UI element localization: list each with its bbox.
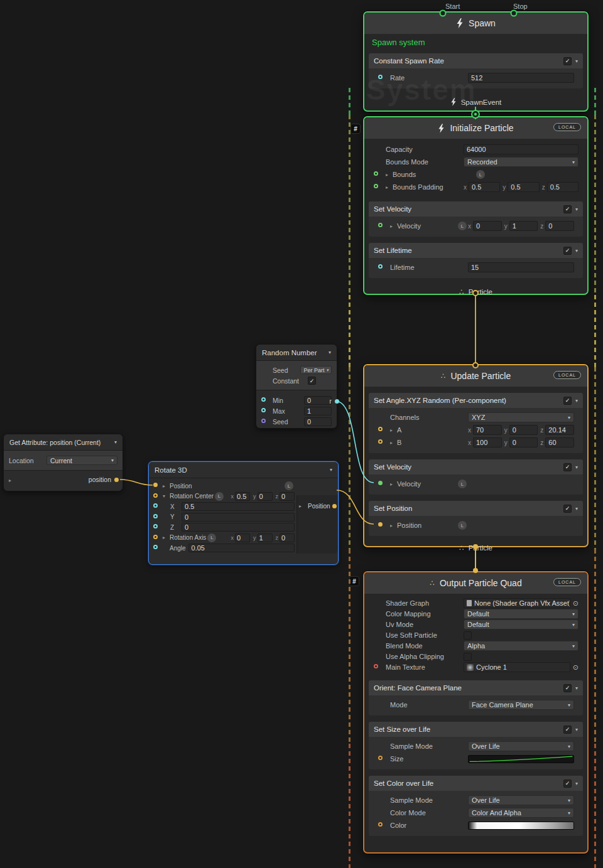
y-port[interactable]	[153, 514, 158, 518]
main-texture-port[interactable]	[374, 664, 378, 668]
angle-a-port[interactable]	[378, 427, 383, 431]
expander-icon[interactable]: ▸	[390, 481, 397, 487]
expander-icon[interactable]: ▸	[386, 172, 393, 178]
block-enabled-checkbox[interactable]: ✓	[563, 247, 572, 255]
local-space-badge[interactable]: L	[476, 170, 485, 179]
x-field[interactable]: 0.5	[182, 502, 295, 511]
angle-b-y-field[interactable]: 0	[509, 437, 538, 447]
expander-icon[interactable]: ▾	[163, 493, 170, 499]
orient-header[interactable]: Orient: Face Camera Plane ✓ ▾	[369, 680, 583, 695]
random-number-node[interactable]: Random Number ▾ Seed Per Part▾ Constant …	[256, 344, 337, 429]
expander-icon[interactable]: ▸	[390, 440, 397, 446]
expander-icon[interactable]: ▸	[9, 478, 16, 483]
angle-b-port[interactable]	[378, 439, 383, 444]
chevron-down-icon[interactable]: ▾	[575, 206, 578, 212]
local-space-badge[interactable]: L	[285, 481, 293, 490]
update-position-port[interactable]	[378, 522, 383, 527]
block-enabled-checkbox[interactable]: ✓	[563, 726, 572, 734]
block-enabled-checkbox[interactable]: ✓	[563, 205, 572, 213]
chevron-down-icon[interactable]: ▾	[114, 439, 117, 445]
y-field[interactable]: 0	[182, 513, 295, 522]
min-field[interactable]: 0	[304, 396, 332, 405]
output-particle-quad-node[interactable]: ∴ Output Particle Quad LOCAL Shader Grap…	[363, 571, 589, 854]
local-space-badge[interactable]: L	[215, 492, 224, 501]
expander-icon[interactable]: ▸	[386, 185, 393, 190]
block-enabled-checkbox[interactable]: ✓	[563, 57, 572, 65]
expander-icon[interactable]: ▸	[299, 503, 306, 509]
chevron-down-icon[interactable]: ▾	[575, 781, 578, 786]
initialize-particle-footer[interactable]: ∴ Particle	[364, 283, 587, 299]
z-field[interactable]: 0	[182, 523, 295, 532]
block-enabled-checkbox[interactable]: ✓	[563, 780, 572, 788]
expander-icon[interactable]: ▸	[390, 523, 397, 528]
bounds-port[interactable]	[374, 171, 378, 176]
block-enabled-checkbox[interactable]: ✓	[563, 505, 572, 513]
velocity-x-field[interactable]: 0	[473, 221, 502, 231]
rate-port[interactable]	[378, 75, 383, 79]
rotate-3d-output-port[interactable]	[332, 504, 337, 508]
rotation-axis-port[interactable]	[153, 535, 158, 539]
color-port[interactable]	[378, 822, 383, 827]
expander-icon[interactable]: ▸	[390, 223, 397, 229]
rate-field[interactable]: 512	[468, 73, 574, 83]
blend-mode-dropdown[interactable]: Alpha▾	[464, 641, 579, 651]
max-port[interactable]	[261, 408, 266, 412]
velocity-y-field[interactable]: 1	[509, 221, 538, 231]
spawn-event-row[interactable]: SpawnEvent	[364, 94, 587, 109]
vfx-graph-canvas[interactable]: System Start Stop # # Spawn Spawn system…	[0, 0, 603, 868]
chevron-down-icon[interactable]: ▾	[575, 398, 578, 404]
size-port[interactable]	[378, 756, 383, 760]
seed-port[interactable]	[261, 419, 266, 423]
object-picker-icon[interactable]: ⊙	[573, 599, 579, 608]
chevron-down-icon[interactable]: ▾	[575, 727, 578, 732]
rotation-center-z-field[interactable]: 0	[280, 492, 295, 501]
bounds-padding-port[interactable]	[374, 184, 378, 188]
rotation-axis-x-field[interactable]: 0	[235, 533, 250, 542]
block-enabled-checkbox[interactable]: ✓	[563, 684, 572, 692]
color-mapping-dropdown[interactable]: Default▾	[464, 609, 579, 619]
set-lifetime-header[interactable]: Set Lifetime ✓ ▾	[369, 243, 583, 258]
set-position-header[interactable]: Set Position ✓ ▾	[369, 501, 583, 516]
angle-field[interactable]: 0.05	[188, 544, 295, 552]
bounds-mode-dropdown[interactable]: Recorded▾	[464, 157, 579, 167]
rotation-axis-y-field[interactable]: 1	[258, 533, 273, 542]
use-soft-particle-checkbox[interactable]: ✓	[464, 631, 472, 640]
spawn-node[interactable]: Spawn Spawn system Constant Spawn Rate ✓…	[363, 11, 589, 112]
z-port[interactable]	[153, 524, 158, 528]
expander-icon[interactable]: ▸	[163, 483, 170, 489]
lifetime-field[interactable]: 15	[468, 262, 574, 272]
block-enabled-checkbox[interactable]: ✓	[563, 463, 572, 471]
chevron-down-icon[interactable]: ▾	[330, 467, 332, 473]
update-set-velocity-header[interactable]: Set Velocity ✓ ▾	[369, 459, 583, 474]
chevron-down-icon[interactable]: ▾	[575, 58, 578, 64]
local-space-badge[interactable]: L	[458, 480, 467, 488]
channels-dropdown[interactable]: XYZ▾	[468, 412, 574, 422]
min-port[interactable]	[261, 397, 266, 402]
size-sample-mode-dropdown[interactable]: Over Life▾	[468, 741, 574, 751]
chevron-down-icon[interactable]: ▾	[575, 464, 578, 470]
color-gradient-field[interactable]	[468, 822, 574, 830]
rotate-3d-node[interactable]: Rotate 3D ▾ ▸ Position L ▾ Rotation Cent…	[148, 461, 339, 565]
expander-icon[interactable]: ▸	[163, 535, 170, 540]
rotation-center-port[interactable]	[153, 493, 158, 498]
capacity-field[interactable]: 64000	[464, 144, 579, 154]
set-size-over-life-header[interactable]: Set Size over Life ✓ ▾	[369, 722, 583, 737]
object-picker-icon[interactable]: ⊙	[573, 663, 579, 672]
chevron-down-icon[interactable]: ▾	[575, 248, 578, 254]
update-particle-node[interactable]: ∴ Update Particle LOCAL Set Angle.XYZ Ra…	[363, 364, 589, 547]
location-dropdown[interactable]: Current▾	[46, 456, 117, 465]
color-mode-dropdown[interactable]: Color And Alpha▾	[468, 808, 574, 818]
rotation-center-x-field[interactable]: 0.5	[235, 492, 250, 501]
local-space-badge[interactable]: L	[458, 222, 467, 230]
initialize-particle-node[interactable]: Initialize Particle LOCAL Capacity 64000…	[363, 116, 589, 295]
seed-mode-dropdown[interactable]: Per Part▾	[300, 366, 332, 374]
rotation-axis-z-field[interactable]: 0	[280, 533, 295, 542]
update-particle-footer[interactable]: ∴ Particle	[364, 541, 587, 555]
angle-port[interactable]	[153, 545, 158, 549]
constant-spawn-rate-header[interactable]: Constant Spawn Rate ✓ ▾	[369, 53, 583, 68]
angle-b-x-field[interactable]: 100	[473, 437, 502, 447]
use-alpha-clipping-checkbox[interactable]: ✓	[464, 653, 472, 661]
velocity-port[interactable]	[378, 223, 383, 227]
main-texture-field[interactable]: Cyclone 1	[464, 662, 570, 672]
output-index-badge[interactable]: #	[349, 576, 359, 586]
